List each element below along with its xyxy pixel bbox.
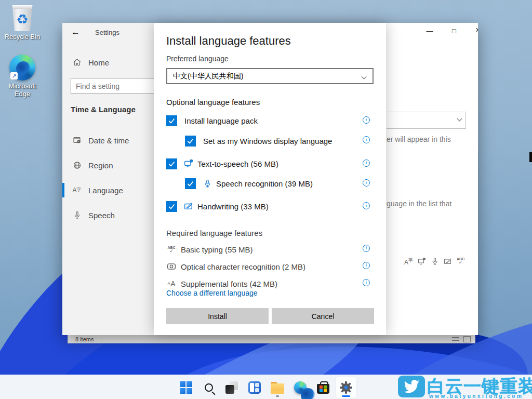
gear-icon bbox=[339, 381, 353, 394]
feature-row-text-to-speech: Text-to-speech (56 MB) bbox=[166, 158, 278, 169]
cancel-button[interactable]: Cancel bbox=[272, 308, 374, 324]
edge-label-line1: Microsoft bbox=[9, 82, 36, 90]
desktop-icon-recycle-bin[interactable]: ♻ Recycle Bin bbox=[0, 5, 45, 41]
feature-row-speech-recognition: Speech recognition (39 MB) bbox=[185, 178, 313, 189]
sidebar-item-speech[interactable]: Speech bbox=[62, 206, 154, 224]
feature-row-display-language: Set as my Windows display language bbox=[185, 135, 332, 147]
settings-button[interactable] bbox=[336, 377, 356, 398]
edge-button[interactable] bbox=[290, 377, 311, 398]
feature-row-supplemental-fonts: AA Supplemental fonts (42 MB) bbox=[166, 278, 277, 289]
ocr-icon bbox=[166, 262, 177, 271]
sidebar-section-heading: Time & Language bbox=[71, 105, 136, 114]
sidebar-item-speech-label: Speech bbox=[88, 211, 115, 220]
widgets-icon bbox=[248, 381, 261, 394]
language-icon: A字 bbox=[404, 257, 413, 266]
choose-different-language-link[interactable]: Choose a different language bbox=[166, 289, 258, 297]
install-language-features-dialog: Install language features Preferred lang… bbox=[154, 23, 386, 335]
task-view-button[interactable] bbox=[221, 377, 242, 398]
speech-recognition-checkbox[interactable] bbox=[185, 178, 196, 189]
store-icon bbox=[317, 384, 329, 394]
dialog-title: Install language features bbox=[166, 34, 291, 48]
feature-row-install-language-pack: Install language pack bbox=[166, 115, 258, 126]
edge-icon bbox=[294, 381, 307, 394]
language-icon: A字 bbox=[72, 187, 82, 194]
feature-label: Text-to-speech (56 MB) bbox=[197, 159, 278, 168]
sidebar-item-date-time-label: Date & time bbox=[88, 136, 129, 145]
feature-label: Handwriting (33 MB) bbox=[197, 202, 269, 211]
explorer-item-count: 8 items bbox=[75, 336, 94, 342]
home-icon bbox=[72, 58, 82, 66]
feature-label: Supplemental fonts (42 MB) bbox=[181, 280, 277, 288]
feature-label: Basic typing (55 MB) bbox=[181, 245, 252, 254]
info-icon[interactable]: i bbox=[363, 179, 370, 187]
desktop-icon-microsoft-edge[interactable]: ↗ Microsoft Edge bbox=[0, 55, 45, 98]
store-button[interactable] bbox=[313, 377, 334, 398]
background-dropdown-fragment bbox=[387, 112, 466, 129]
microphone-icon bbox=[431, 257, 439, 265]
date-time-icon bbox=[72, 136, 82, 144]
feature-label: Install language pack bbox=[184, 116, 258, 125]
info-icon[interactable]: i bbox=[363, 202, 370, 209]
settings-search-input[interactable] bbox=[71, 78, 154, 94]
info-icon[interactable]: i bbox=[363, 262, 370, 269]
back-button[interactable]: ← bbox=[71, 27, 80, 37]
preferred-language-label: Preferred language bbox=[166, 55, 229, 63]
details-view-button[interactable] bbox=[452, 336, 459, 342]
info-icon[interactable]: i bbox=[363, 116, 370, 124]
globe-icon bbox=[72, 161, 82, 169]
taskbar: 5:52 PM Wednesday 6/16/2021 2 bbox=[0, 375, 532, 399]
text-to-speech-checkbox[interactable] bbox=[166, 158, 177, 169]
feature-row-ocr: Optical character recognition (2 MB) bbox=[166, 261, 305, 272]
folder-icon bbox=[271, 383, 284, 394]
info-icon[interactable]: i bbox=[363, 245, 370, 252]
file-explorer-button[interactable] bbox=[267, 377, 288, 398]
start-button[interactable] bbox=[176, 377, 196, 398]
chevron-down-icon bbox=[457, 116, 462, 122]
settings-window-title: Settings bbox=[95, 29, 119, 36]
minimize-button[interactable]: — bbox=[424, 27, 435, 35]
feature-row-basic-typing: ABC✓ Basic typing (55 MB) bbox=[166, 244, 252, 255]
sidebar-item-home[interactable]: Home bbox=[62, 53, 154, 72]
install-language-pack-checkbox[interactable] bbox=[166, 115, 177, 126]
feature-label: Speech recognition (39 MB) bbox=[216, 179, 313, 188]
feature-label: Optical character recognition (2 MB) bbox=[181, 262, 305, 271]
recycle-symbol-icon: ♻ bbox=[16, 11, 28, 28]
close-button[interactable]: × bbox=[473, 25, 478, 35]
text-to-speech-icon bbox=[183, 159, 194, 168]
maximize-button[interactable]: □ bbox=[449, 27, 459, 35]
chevron-down-icon bbox=[362, 74, 367, 79]
microphone-icon bbox=[72, 211, 82, 219]
display-language-checkbox[interactable] bbox=[185, 136, 196, 147]
preferred-language-dropdown[interactable]: 中文(中华人民共和国) bbox=[166, 68, 374, 84]
sidebar-item-region-label: Region bbox=[88, 161, 113, 170]
search-button[interactable] bbox=[198, 377, 219, 398]
info-icon[interactable]: i bbox=[363, 159, 370, 167]
install-button[interactable]: Install bbox=[166, 308, 269, 324]
sidebar-item-language[interactable]: A字 Language bbox=[62, 181, 154, 200]
background-text-fragment-1: er will appear in this bbox=[387, 135, 451, 143]
settings-sidebar: ← Settings Home Time & Language Date & t… bbox=[62, 23, 154, 335]
recycle-bin-icon: ♻ bbox=[11, 5, 34, 31]
required-features-heading: Required language features bbox=[166, 229, 262, 237]
handwriting-checkbox[interactable] bbox=[166, 201, 177, 212]
icons-view-button[interactable] bbox=[463, 336, 471, 342]
handwriting-icon bbox=[444, 257, 452, 265]
widgets-button[interactable] bbox=[244, 377, 265, 398]
cursor-artifact bbox=[529, 152, 532, 162]
search-icon bbox=[205, 383, 213, 392]
handwriting-icon bbox=[183, 202, 194, 211]
info-icon[interactable]: i bbox=[363, 279, 370, 286]
info-icon[interactable]: i bbox=[363, 136, 370, 143]
sidebar-item-home-label: Home bbox=[88, 58, 109, 67]
sidebar-item-region[interactable]: Region bbox=[62, 156, 154, 175]
edge-label-line2: Edge bbox=[15, 90, 30, 98]
microphone-icon bbox=[202, 179, 212, 188]
feature-label: Set as my Windows display language bbox=[203, 137, 332, 145]
settings-search-box[interactable] bbox=[71, 78, 154, 94]
shortcut-arrow-icon: ↗ bbox=[10, 72, 18, 79]
basic-typing-icon: ABC✓ bbox=[166, 246, 177, 253]
basic-typing-icon: ABC✓ bbox=[457, 257, 464, 266]
selected-language-value: 中文(中华人民共和国) bbox=[173, 72, 243, 81]
sidebar-item-date-time[interactable]: Date & time bbox=[62, 131, 154, 150]
language-page-background: — □ × er will appear in this guage in th… bbox=[386, 23, 478, 335]
